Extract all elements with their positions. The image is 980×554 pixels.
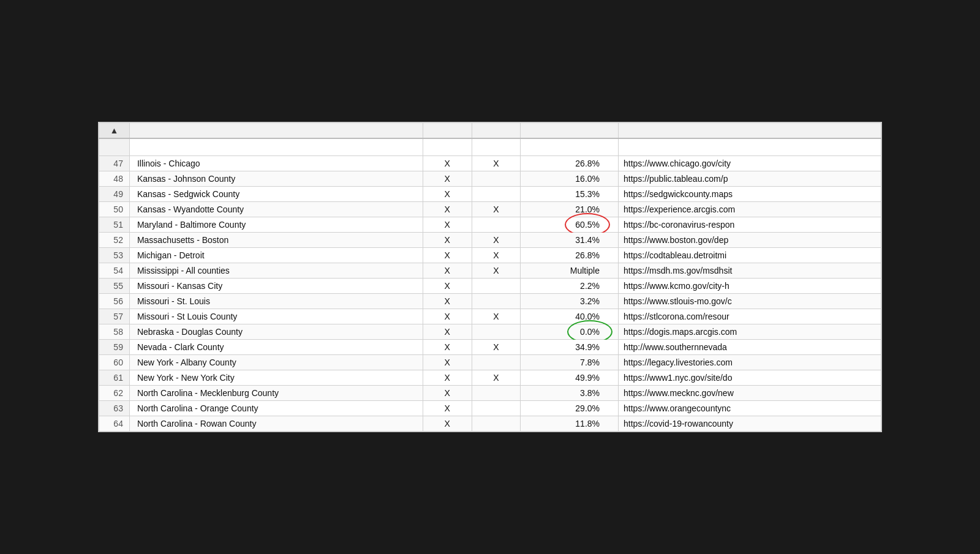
col-b-header[interactable] <box>423 123 472 139</box>
location-cell: North Carolina - Orange County <box>129 400 423 416</box>
table-row: 59Nevada - Clark CountyXX34.9%http://www… <box>99 339 881 354</box>
cases-header <box>423 138 472 155</box>
cases-cell: X <box>423 155 472 171</box>
url-cell[interactable]: https://legacy.livestories.com <box>619 354 881 370</box>
table-row: 55Missouri - Kansas CityX2.2%https://www… <box>99 278 881 293</box>
data-header-row <box>99 138 881 155</box>
table-row: 52Massachusetts - BostonXX31.4%https://w… <box>99 232 881 247</box>
pct-cell: 26.8% <box>521 155 619 171</box>
cases-cell: X <box>423 247 472 263</box>
url-cell[interactable]: https://www1.nyc.gov/site/do <box>619 370 881 385</box>
table-row: 63North Carolina - Orange CountyX29.0%ht… <box>99 400 881 416</box>
table-row: 48Kansas - Johnson CountyX16.0%https://p… <box>99 171 881 186</box>
location-cell: Missouri - Kansas City <box>129 278 423 293</box>
table-row: 53Michigan - DetroitXX26.8%https://codta… <box>99 247 881 263</box>
pct-cell: 11.8% <box>521 416 619 431</box>
url-cell[interactable]: https://stlcorona.com/resour <box>619 309 881 324</box>
col-d-header[interactable] <box>521 123 619 139</box>
row-number: 53 <box>99 247 130 263</box>
pct-cell: 29.0% <box>521 400 619 416</box>
location-cell: North Carolina - Mecklenburg County <box>129 385 423 400</box>
pct-cell: 3.2% <box>521 293 619 309</box>
pct-cell: 15.3% <box>521 186 619 201</box>
url-header <box>619 138 881 155</box>
url-cell[interactable]: https://msdh.ms.gov/msdhsit <box>619 263 881 278</box>
column-header-row: ▲ <box>99 123 881 139</box>
pct-cell: 26.8% <box>521 247 619 263</box>
row-number: 64 <box>99 416 130 431</box>
url-cell[interactable]: https://www.chicago.gov/city <box>619 155 881 171</box>
deaths-cell <box>472 293 521 309</box>
location-cell: Massachusetts - Boston <box>129 232 423 247</box>
deaths-cell: X <box>472 155 521 171</box>
col-a-header[interactable] <box>129 123 423 139</box>
deaths-cell <box>472 324 521 339</box>
deaths-cell <box>472 171 521 186</box>
pct-cell: 60.5% <box>521 217 619 232</box>
pct-cell: 7.8% <box>521 354 619 370</box>
url-cell[interactable]: https://www.kcmo.gov/city-h <box>619 278 881 293</box>
deaths-cell: X <box>472 232 521 247</box>
spreadsheet: ▲ <box>98 122 882 432</box>
green-circle-highlight: 0.0% <box>580 327 600 337</box>
cases-cell: X <box>423 278 472 293</box>
table-row: 50Kansas - Wyandotte CountyXX21.0%https:… <box>99 201 881 217</box>
pct-cell: 34.9% <box>521 339 619 354</box>
deaths-cell <box>472 217 521 232</box>
cases-cell: X <box>423 339 472 354</box>
table-row: 56Missouri - St. LouisX3.2%https://www.s… <box>99 293 881 309</box>
url-cell[interactable]: http://www.southernnevada <box>619 339 881 354</box>
url-cell[interactable]: https://www.orangecountync <box>619 400 881 416</box>
deaths-cell: X <box>472 309 521 324</box>
table-row: 62North Carolina - Mecklenburg CountyX3.… <box>99 385 881 400</box>
col-c-header[interactable] <box>472 123 521 139</box>
deaths-cell <box>472 416 521 431</box>
location-cell: New York - New York City <box>129 370 423 385</box>
cases-cell: X <box>423 171 472 186</box>
url-cell[interactable]: https://public.tableau.com/p <box>619 171 881 186</box>
pct-cell: 21.0% <box>521 201 619 217</box>
url-cell[interactable]: https://dogis.maps.arcgis.com <box>619 324 881 339</box>
location-cell: New York - Albany County <box>129 354 423 370</box>
deaths-cell: X <box>472 263 521 278</box>
pct-cell: 31.4% <box>521 232 619 247</box>
cases-cell: X <box>423 186 472 201</box>
row-number: 61 <box>99 370 130 385</box>
location-cell: Mississippi - All counties <box>129 263 423 278</box>
cases-cell: X <box>423 370 472 385</box>
cases-cell: X <box>423 217 472 232</box>
table-row: 49Kansas - Sedgwick CountyX15.3%https://… <box>99 186 881 201</box>
row-number: 58 <box>99 324 130 339</box>
deaths-cell <box>472 354 521 370</box>
url-cell[interactable]: https://bc-coronavirus-respon <box>619 217 881 232</box>
row-number: 59 <box>99 339 130 354</box>
deaths-cell: X <box>472 247 521 263</box>
row-number: 52 <box>99 232 130 247</box>
row-number: 50 <box>99 201 130 217</box>
cases-cell: X <box>423 416 472 431</box>
url-cell[interactable]: https://www.boston.gov/dep <box>619 232 881 247</box>
table-row: 61New York - New York CityXX49.9%https:/… <box>99 370 881 385</box>
url-cell[interactable]: https://codtableau.detroitmi <box>619 247 881 263</box>
url-cell[interactable]: https://www.mecknc.gov/new <box>619 385 881 400</box>
location-cell: Missouri - St Louis County <box>129 309 423 324</box>
corner-cell: ▲ <box>99 123 130 139</box>
deaths-header <box>472 138 521 155</box>
table-row: 51Maryland - Baltimore CountyX60.5%https… <box>99 217 881 232</box>
url-cell[interactable]: https://experience.arcgis.com <box>619 201 881 217</box>
row-number: 55 <box>99 278 130 293</box>
col-e-header[interactable] <box>619 123 881 139</box>
url-cell[interactable]: https://covid-19-rowancounty <box>619 416 881 431</box>
cases-cell: X <box>423 354 472 370</box>
red-circle-highlight: 60.5% <box>575 220 600 230</box>
pct-cell: 0.0% <box>521 324 619 339</box>
url-cell[interactable]: https://www.stlouis-mo.gov/c <box>619 293 881 309</box>
table-row: 57Missouri - St Louis CountyXX40.0%https… <box>99 309 881 324</box>
pct-cell: 16.0% <box>521 171 619 186</box>
row-number: 49 <box>99 186 130 201</box>
row-number: 47 <box>99 155 130 171</box>
url-cell[interactable]: https://sedgwickcounty.maps <box>619 186 881 201</box>
location-header <box>129 138 423 155</box>
table-row: 54Mississippi - All countiesXXMultipleht… <box>99 263 881 278</box>
location-cell: North Carolina - Rowan County <box>129 416 423 431</box>
